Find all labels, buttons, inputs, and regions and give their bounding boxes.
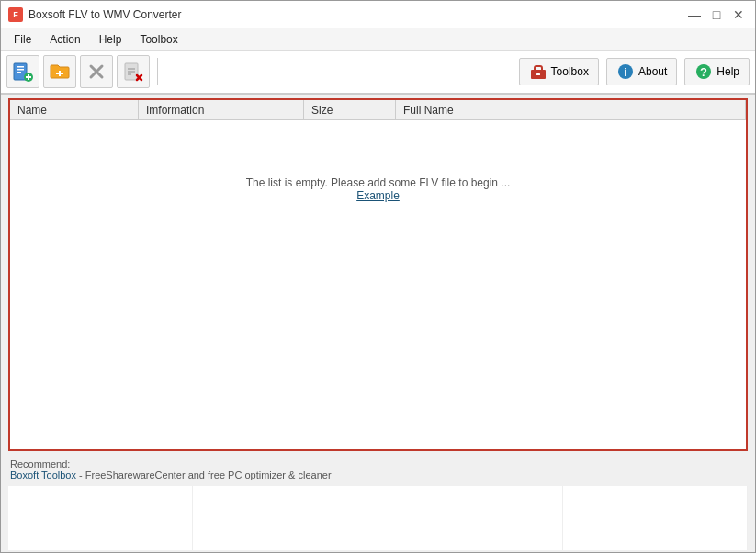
example-link[interactable]: Example — [356, 189, 400, 202]
help-icon: ? — [694, 62, 713, 81]
minimize-button[interactable]: — — [685, 6, 704, 24]
main-content: Name Imformation Size Full Name The list… — [1, 95, 755, 553]
title-bar-controls: — □ ✕ — [685, 6, 748, 24]
lower-col-4 — [563, 486, 748, 550]
add-files-icon — [12, 61, 34, 83]
column-information: Imformation — [139, 100, 304, 119]
app-icon: F — [8, 7, 23, 22]
clear-icon — [122, 61, 144, 83]
help-button[interactable]: ? Help — [684, 58, 750, 85]
file-list-empty-message: The list is empty. Please add some FLV f… — [246, 176, 511, 189]
recommend-link[interactable]: Boxoft Toolbox — [10, 469, 76, 480]
toolbar-right-buttons: Toolbox i About ? Help — [519, 58, 750, 85]
column-name: Name — [10, 100, 139, 119]
svg-text:i: i — [624, 66, 626, 79]
menu-action[interactable]: Action — [40, 31, 89, 48]
lower-col-2 — [193, 486, 378, 550]
remove-button[interactable] — [80, 55, 113, 88]
file-list-container: Name Imformation Size Full Name The list… — [8, 98, 748, 451]
svg-rect-8 — [56, 73, 63, 74]
recommend-label: Recommend: — [10, 458, 70, 469]
svg-rect-1 — [17, 66, 24, 68]
lower-col-1 — [8, 486, 193, 550]
add-files-button[interactable] — [6, 55, 39, 88]
lower-col-3 — [378, 486, 563, 550]
toolbar: Toolbox i About ? Help — [1, 51, 755, 95]
clear-button[interactable] — [117, 55, 150, 88]
title-bar-text: Boxsoft FLV to WMV Converter — [28, 8, 685, 21]
remove-icon — [85, 61, 107, 83]
menu-help[interactable]: Help — [90, 31, 131, 48]
title-bar: F Boxsoft FLV to WMV Converter — □ ✕ — [1, 1, 755, 28]
about-icon: i — [616, 62, 635, 81]
file-list-header: Name Imformation Size Full Name — [10, 100, 746, 120]
menu-toolbox[interactable]: Toolbox — [130, 31, 186, 48]
menu-bar: File Action Help Toolbox — [1, 28, 755, 51]
recommend-suffix: - FreeSharewareCenter and free PC optimi… — [79, 469, 332, 480]
toolbox-icon — [529, 62, 547, 81]
svg-rect-6 — [26, 76, 31, 78]
close-button[interactable]: ✕ — [729, 6, 748, 24]
toolbox-button[interactable]: Toolbox — [519, 58, 599, 85]
toolbar-separator — [157, 58, 158, 85]
file-list-body: The list is empty. Please add some FLV f… — [10, 120, 746, 258]
lower-empty-area — [8, 486, 748, 550]
svg-rect-18 — [536, 73, 540, 75]
about-button[interactable]: i About — [606, 58, 677, 85]
about-label: About — [638, 65, 667, 78]
svg-rect-3 — [17, 72, 21, 73]
help-label: Help — [717, 65, 739, 78]
svg-rect-2 — [17, 69, 24, 71]
recommend-section: Recommend: Boxoft Toolbox - FreeSharewar… — [1, 455, 755, 484]
maximize-button[interactable]: □ — [707, 6, 726, 24]
column-fullname: Full Name — [396, 100, 746, 119]
column-size: Size — [304, 100, 396, 119]
add-folder-button[interactable] — [43, 55, 76, 88]
menu-file[interactable]: File — [5, 31, 40, 48]
add-folder-icon — [49, 61, 71, 83]
toolbox-label: Toolbox — [551, 65, 589, 78]
svg-text:?: ? — [700, 65, 707, 79]
